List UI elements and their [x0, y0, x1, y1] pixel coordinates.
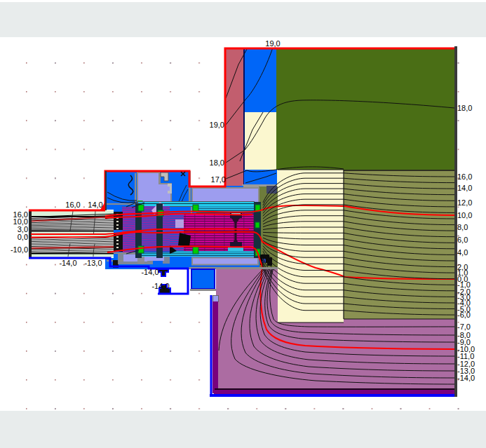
- svg-text:16,0: 16,0: [457, 172, 472, 181]
- svg-text:4,0: 4,0: [457, 248, 468, 257]
- svg-text:-6,0: -6,0: [457, 311, 471, 319]
- svg-text:10,0: 10,0: [457, 211, 472, 219]
- svg-text:-14,0: -14,0: [59, 259, 76, 267]
- svg-text:0,0: 0,0: [18, 233, 28, 241]
- svg-text:-14,0: -14,0: [457, 374, 475, 382]
- svg-text:19,0: 19,0: [265, 39, 280, 48]
- svg-text:19,0: 19,0: [210, 121, 224, 129]
- svg-text:6,0: 6,0: [457, 236, 468, 244]
- svg-text:8,0: 8,0: [457, 223, 468, 231]
- svg-text:10,0: 10,0: [13, 217, 28, 226]
- svg-text:16,0: 16,0: [65, 201, 80, 209]
- svg-text:12,0: 12,0: [457, 198, 472, 207]
- svg-text:-13,0: -13,0: [84, 259, 102, 267]
- svg-text:-14,0: -14,0: [141, 268, 158, 276]
- svg-text:18,0: 18,0: [457, 104, 472, 112]
- svg-text:14,0: 14,0: [457, 184, 472, 192]
- svg-text:-14,0: -14,0: [151, 282, 169, 290]
- svg-text:-10,0: -10,0: [11, 245, 28, 254]
- svg-text:18,0: 18,0: [210, 158, 224, 167]
- svg-text:17,0: 17,0: [211, 175, 226, 184]
- svg-text:-7,0: -7,0: [457, 323, 471, 331]
- svg-text:14,0: 14,0: [88, 201, 102, 209]
